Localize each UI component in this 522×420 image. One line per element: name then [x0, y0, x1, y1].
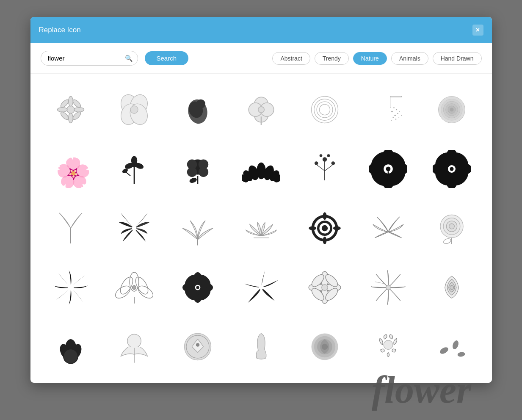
icon-ribbon-flower[interactable] — [107, 319, 162, 374]
icon-leaf-dark[interactable] — [170, 82, 225, 137]
search-input[interactable] — [41, 51, 138, 66]
svg-point-21 — [258, 107, 264, 113]
icon-poppy-outline[interactable] — [107, 82, 162, 137]
icon-hibiscus-right[interactable] — [424, 141, 479, 196]
svg-point-74 — [320, 155, 322, 157]
icon-wood-ring[interactable] — [424, 82, 479, 137]
svg-point-164 — [457, 351, 465, 357]
filter-tags: Abstract Trendy Nature Animals Hand Draw… — [272, 52, 481, 65]
replace-icon-dialog: Replace Icon × 🔍 Search Abstract Trendy … — [30, 17, 492, 383]
icons-grid: 🌸 — [43, 78, 483, 379]
svg-point-71 — [323, 158, 326, 161]
icon-daisy-outline[interactable] — [43, 82, 98, 137]
svg-point-98 — [132, 226, 136, 231]
icon-hibiscus-side[interactable] — [107, 201, 162, 256]
svg-point-72 — [315, 162, 318, 165]
svg-point-23 — [311, 97, 338, 123]
svg-point-3 — [57, 108, 67, 112]
icon-small-hibiscus-outline[interactable] — [297, 260, 352, 315]
svg-point-144 — [386, 285, 390, 290]
filter-abstract[interactable]: Abstract — [272, 52, 310, 65]
svg-point-119 — [133, 275, 150, 296]
svg-text:🌸: 🌸 — [55, 156, 90, 188]
icon-small-rose-outline[interactable] — [361, 319, 416, 374]
icon-cup-flower[interactable] — [234, 319, 289, 374]
svg-point-29 — [393, 107, 395, 108]
svg-point-35 — [392, 117, 394, 118]
svg-point-115 — [442, 238, 451, 244]
svg-point-161 — [384, 340, 393, 350]
svg-rect-28 — [390, 97, 401, 97]
svg-point-0 — [67, 106, 75, 113]
svg-point-57 — [187, 167, 196, 177]
svg-point-134 — [259, 285, 263, 290]
dialog-title: Replace Icon — [39, 26, 81, 34]
svg-point-122 — [132, 286, 136, 290]
icon-leaf-float[interactable] — [424, 319, 479, 374]
svg-point-143 — [321, 285, 327, 290]
svg-point-34 — [399, 111, 400, 112]
icon-hibiscus-line[interactable] — [361, 260, 416, 315]
dialog-toolbar: 🔍 Search Abstract Trendy Nature Animals … — [30, 43, 492, 74]
svg-point-2 — [68, 113, 73, 123]
icon-clover-outline[interactable] — [234, 82, 289, 137]
icon-circle-swirl-outline[interactable] — [297, 82, 352, 137]
svg-point-1 — [68, 97, 73, 106]
svg-point-31 — [391, 111, 393, 113]
icon-hibiscus-big[interactable] — [361, 141, 416, 196]
icon-tropical-flower[interactable] — [234, 260, 289, 315]
icon-cotton-flower[interactable] — [170, 141, 225, 196]
search-button[interactable]: Search — [145, 51, 189, 65]
svg-point-85 — [386, 167, 390, 171]
svg-rect-27 — [390, 97, 391, 108]
filter-trendy[interactable]: Trendy — [315, 52, 349, 65]
icon-lotus-dark[interactable] — [43, 319, 98, 374]
svg-point-163 — [451, 340, 459, 350]
icon-rose-outline[interactable] — [424, 201, 479, 256]
svg-point-58 — [198, 167, 208, 177]
svg-point-13 — [130, 106, 138, 113]
svg-line-70 — [325, 165, 332, 171]
svg-point-151 — [64, 349, 77, 363]
icons-grid-body: 🌸 — [30, 74, 492, 383]
icon-heart-flowers[interactable]: 🌸 — [43, 141, 98, 196]
icon-lily-open-outline[interactable] — [361, 201, 416, 256]
svg-point-37 — [395, 119, 396, 120]
close-button[interactable]: × — [472, 25, 483, 36]
svg-point-30 — [396, 109, 397, 111]
filter-hand-drawn[interactable]: Hand Drawn — [433, 52, 482, 65]
svg-point-96 — [450, 167, 453, 171]
filter-animals[interactable]: Animals — [391, 52, 428, 65]
svg-point-16 — [196, 99, 205, 109]
icon-flower-stem[interactable] — [107, 141, 162, 196]
svg-point-45 — [450, 108, 453, 112]
icon-mandala-flower[interactable] — [297, 201, 352, 256]
svg-point-120 — [115, 284, 132, 301]
icon-lily-outline-2[interactable] — [107, 260, 162, 315]
icon-dots-pattern[interactable] — [361, 82, 416, 137]
dialog-header: Replace Icon × — [30, 17, 492, 43]
icon-hibiscus-small[interactable] — [170, 260, 225, 315]
svg-point-133 — [196, 286, 199, 289]
icon-hibiscus-filled-2[interactable] — [43, 260, 98, 315]
icon-circular-bird[interactable] — [170, 319, 225, 374]
svg-point-39 — [401, 115, 402, 116]
svg-point-36 — [398, 117, 399, 118]
svg-point-4 — [74, 108, 84, 112]
overlay: Replace Icon × 🔍 Search Abstract Trendy … — [0, 0, 522, 420]
icon-circle-rose[interactable] — [297, 319, 352, 374]
svg-point-156 — [196, 343, 199, 346]
icon-ginkgo[interactable] — [43, 201, 98, 256]
icon-branch-flowers[interactable] — [297, 141, 352, 196]
svg-point-51 — [131, 156, 137, 165]
icon-rose-outline-2[interactable] — [424, 260, 479, 315]
icon-lotus-outline[interactable] — [234, 201, 289, 256]
svg-point-38 — [391, 120, 392, 121]
svg-point-26 — [319, 104, 330, 115]
icon-lotus-filled[interactable] — [234, 141, 289, 196]
icon-lily-outline[interactable] — [170, 201, 225, 256]
svg-point-113 — [449, 224, 454, 229]
svg-point-121 — [136, 284, 153, 301]
svg-line-69 — [317, 165, 325, 171]
filter-nature[interactable]: Nature — [353, 52, 387, 65]
